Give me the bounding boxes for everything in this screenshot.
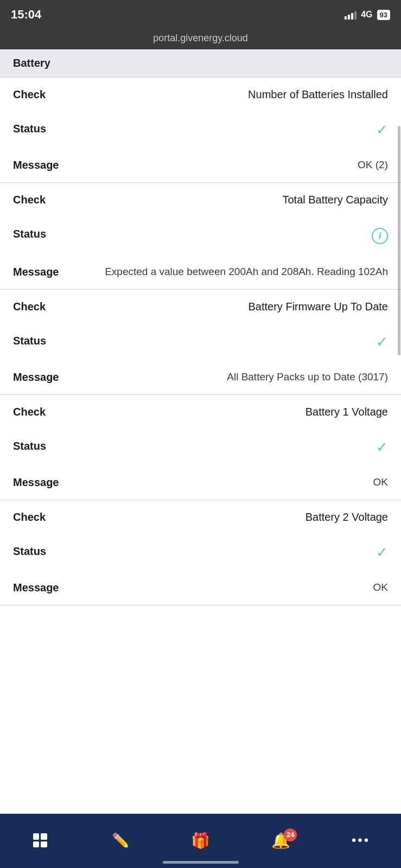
status-bar: 15:04 4G 93 (0, 0, 401, 29)
status-label: Status (13, 335, 100, 347)
message-label: Message (13, 476, 100, 489)
content-area: Battery Check Number of Batteries Instal… (0, 49, 401, 814)
table-row: Status i (0, 217, 401, 255)
scrollbar[interactable] (398, 49, 400, 814)
table-row: Status ✓ (0, 112, 401, 148)
table-row: Status ✓ (0, 324, 401, 360)
check-group-battery2-voltage: Check Battery 2 Voltage Status ✓ Message… (0, 500, 401, 605)
table-row: Message OK (2) (0, 148, 401, 182)
checkmark-icon: ✓ (376, 439, 388, 455)
status-ok-icon: ✓ (100, 440, 388, 455)
message-value-battery1-voltage: OK (100, 476, 388, 488)
pencil-icon: ✏️ (112, 832, 129, 849)
nav-item-dashboard[interactable] (18, 833, 62, 848)
check-value-battery-firmware: Battery Firmware Up To Date (100, 301, 388, 313)
table-row: Check Battery Firmware Up To Date (0, 290, 401, 324)
check-value-battery1-voltage: Battery 1 Voltage (100, 406, 388, 418)
nav-item-edit[interactable]: ✏️ (99, 832, 142, 850)
message-label: Message (13, 266, 100, 278)
checkmark-icon: ✓ (376, 544, 388, 560)
grid-icon (33, 833, 47, 847)
checkmark-icon: ✓ (376, 334, 388, 350)
home-indicator (163, 861, 239, 864)
check-label: Check (13, 406, 100, 418)
table-row: Message OK (0, 571, 401, 605)
table-row: Check Battery 1 Voltage (0, 395, 401, 429)
check-label: Check (13, 88, 100, 101)
message-label: Message (13, 371, 100, 384)
check-group-batteries-installed: Check Number of Batteries Installed Stat… (0, 78, 401, 183)
checkmark-icon: ✓ (376, 122, 388, 138)
check-value-battery2-voltage: Battery 2 Voltage (100, 511, 388, 524)
info-circle-icon: i (372, 228, 388, 244)
table-row: Check Total Battery Capacity (0, 183, 401, 217)
bottom-nav: ✏️ 🎁 24 🔔 ••• (0, 814, 401, 868)
message-label: Message (13, 159, 100, 171)
table-row: Status ✓ (0, 534, 401, 571)
check-label: Check (13, 194, 100, 206)
table-row: Message Expected a value between 200Ah a… (0, 255, 401, 289)
table-header-title: Battery (13, 57, 50, 69)
table-row: Message OK (0, 465, 401, 500)
table-row: Check Number of Batteries Installed (0, 78, 401, 112)
more-dots-icon: ••• (352, 833, 370, 848)
message-value-battery2-voltage: OK (100, 582, 388, 593)
status-ok-icon: ✓ (100, 335, 388, 349)
notification-badge: 24 (284, 828, 297, 841)
status-right: 4G 93 (345, 10, 390, 20)
check-value-battery-capacity: Total Battery Capacity (100, 194, 388, 206)
nav-item-notifications[interactable]: 24 🔔 (259, 832, 302, 851)
nav-item-more[interactable]: ••• (339, 833, 383, 849)
gift-icon: 🎁 (191, 832, 210, 850)
status-info-icon: i (100, 228, 388, 244)
check-label: Check (13, 511, 100, 524)
status-label: Status (13, 123, 100, 135)
table-row: Check Battery 2 Voltage (0, 500, 401, 534)
message-value-batteries-installed: OK (2) (100, 159, 388, 171)
message-value-battery-capacity: Expected a value between 200Ah and 208Ah… (100, 266, 388, 278)
url-text: portal.givenergy.cloud (153, 33, 248, 43)
table-row: Message All Battery Packs up to Date (30… (0, 360, 401, 394)
signal-icon (345, 10, 357, 20)
check-group-battery1-voltage: Check Battery 1 Voltage Status ✓ Message… (0, 395, 401, 500)
scrollbar-thumb[interactable] (398, 126, 400, 355)
check-group-battery-firmware: Check Battery Firmware Up To Date Status… (0, 290, 401, 395)
table-row: Status ✓ (0, 429, 401, 465)
check-label: Check (13, 301, 100, 313)
battery-indicator: 93 (377, 10, 390, 20)
status-ok-icon: ✓ (100, 123, 388, 137)
url-bar[interactable]: portal.givenergy.cloud (0, 29, 401, 49)
message-label: Message (13, 582, 100, 594)
status-ok-icon: ✓ (100, 545, 388, 560)
status-label: Status (13, 545, 100, 558)
status-label: Status (13, 228, 100, 240)
message-value-battery-firmware: All Battery Packs up to Date (3017) (100, 371, 388, 383)
nav-item-gift[interactable]: 🎁 (179, 832, 222, 851)
status-label: Status (13, 440, 100, 452)
check-group-battery-capacity: Check Total Battery Capacity Status i Me… (0, 183, 401, 290)
status-time: 15:04 (11, 8, 41, 22)
table-header: Battery (0, 49, 401, 78)
check-value-batteries-installed: Number of Batteries Installed (100, 88, 388, 101)
network-label: 4G (361, 10, 372, 20)
